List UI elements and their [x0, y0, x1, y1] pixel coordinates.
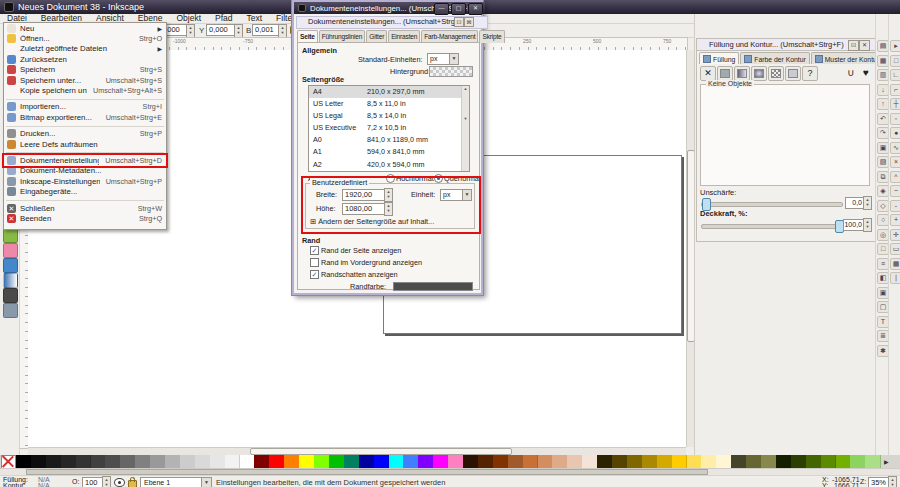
- snap-rotation-center-icon[interactable]: ✛: [890, 229, 900, 241]
- radial-gradient-button[interactable]: [751, 66, 767, 81]
- palette-swatch[interactable]: [433, 455, 449, 468]
- dialog-minimize-icon[interactable]: —: [434, 3, 449, 15]
- palette-swatch[interactable]: [76, 455, 92, 468]
- file-menu-item-beenden[interactable]: ✕BeendenStrg+Q: [4, 213, 166, 223]
- no-paint-button[interactable]: ✕: [700, 66, 716, 81]
- y-field-spinner[interactable]: ▲▼: [234, 24, 243, 38]
- gradient-tool-icon[interactable]: [3, 273, 18, 288]
- file-menu-item-zurücksetzen[interactable]: Zurücksetzen: [4, 54, 166, 64]
- panel-close-icon[interactable]: ✕: [859, 40, 870, 51]
- file-menu-item-kopiespeichernunter[interactable]: Kopie speichern unter...Umschalt+Strg+Al…: [4, 85, 166, 95]
- opacity-slider[interactable]: [701, 224, 843, 229]
- page-size-row[interactable]: US Executive7,2 x 10,5 in: [309, 122, 469, 134]
- file-menu-item-speichern[interactable]: SpeichernStrg+S: [4, 65, 166, 75]
- file-menu-item-speichernunter[interactable]: Speichern unter...Umschalt+Strg+S: [4, 75, 166, 85]
- palette-swatch[interactable]: [627, 455, 643, 468]
- palette-next-arrow-icon[interactable]: ▶: [884, 458, 889, 465]
- snap-node-icon[interactable]: ●: [890, 127, 900, 139]
- page-size-row[interactable]: A3297,0 x 420,0 mm: [309, 171, 469, 172]
- zoom-spinner[interactable]: ▲▼: [888, 476, 897, 487]
- snap-bbox-corner-icon[interactable]: ⌐: [890, 84, 900, 96]
- file-menu-item-eingabegeräte[interactable]: Eingabegeräte...: [4, 186, 166, 196]
- no-color-swatch[interactable]: [1, 455, 16, 469]
- dropper-tool-icon[interactable]: [3, 288, 18, 303]
- palette-swatch[interactable]: [91, 455, 107, 468]
- palette-swatch[interactable]: [254, 455, 270, 468]
- page-border-checkbox[interactable]: ✓: [310, 246, 319, 255]
- blur-spinner[interactable]: ▲▼: [863, 196, 872, 210]
- connector-tool-icon[interactable]: [3, 303, 18, 318]
- palette-swatch[interactable]: [731, 455, 747, 468]
- file-menu-item-inkscapeeinstellungen[interactable]: Inkscape-Einstellungen...Umschalt+Strg+P: [4, 176, 166, 186]
- dialog-title-bar[interactable]: Dokumenteneinstellungen... (Umschalt+Str…: [294, 2, 485, 14]
- palette-swatch[interactable]: [836, 455, 852, 468]
- palette-swatch[interactable]: [508, 455, 524, 468]
- palette-swatch[interactable]: [865, 455, 881, 468]
- dialog-close-icon[interactable]: ✕: [468, 3, 483, 15]
- palette-swatch[interactable]: [344, 455, 360, 468]
- dialog-maximize-icon[interactable]: ▢: [451, 3, 466, 15]
- snap-guide-icon[interactable]: ∣: [890, 272, 900, 284]
- file-menu-item-bitmapexportieren[interactable]: Bitmap exportieren...Umschalt+Strg+E: [4, 112, 166, 122]
- page-size-row[interactable]: A4210,0 x 297,0 mm: [309, 86, 469, 98]
- palette-swatch[interactable]: [791, 455, 807, 468]
- palette-swatch[interactable]: [374, 455, 390, 468]
- palette-swatch[interactable]: [523, 455, 539, 468]
- snap-cusp-node-icon[interactable]: ^: [890, 171, 900, 183]
- panel-minimize-icon[interactable]: ⊡: [848, 40, 859, 51]
- width-field-spinner[interactable]: ▲▼: [278, 24, 287, 38]
- tweak-tool-icon[interactable]: [3, 228, 18, 243]
- randfarbe-color-swatch[interactable]: [393, 282, 473, 291]
- palette-swatch[interactable]: [46, 455, 62, 468]
- zoom-field[interactable]: 35%: [868, 477, 890, 487]
- snap-path-icon[interactable]: ∿: [890, 142, 900, 154]
- file-menu-item-importieren[interactable]: Importieren...Strg+I: [4, 102, 166, 112]
- palette-swatch[interactable]: [120, 455, 136, 468]
- palette-swatch[interactable]: [612, 455, 628, 468]
- blur-slider[interactable]: [701, 202, 843, 207]
- menu-text[interactable]: Text: [240, 14, 270, 23]
- palette-swatch[interactable]: [225, 455, 241, 468]
- snap-bbox-center-icon[interactable]: ◦: [890, 113, 900, 125]
- palette-swatch[interactable]: [761, 455, 777, 468]
- dialog-panel-minimize-icon[interactable]: ⊡: [454, 17, 464, 27]
- palette-swatch[interactable]: [493, 455, 509, 468]
- linear-gradient-button[interactable]: [734, 66, 750, 81]
- combo-arrow-icon[interactable]: ▼: [449, 54, 458, 64]
- fill-rule-even-odd-button[interactable]: ∪: [843, 66, 859, 81]
- palette-swatch[interactable]: [269, 455, 285, 468]
- page-size-row[interactable]: A0841,0 x 1189,0 mm: [309, 134, 469, 146]
- width-field[interactable]: 0,001: [252, 24, 280, 36]
- page-size-row[interactable]: A1594,0 x 841,0 mm: [309, 146, 469, 158]
- palette-swatch[interactable]: [359, 455, 375, 468]
- panel-tab-farbederkontur[interactable]: Farbe der Kontur: [740, 52, 809, 64]
- file-menu-item-neu[interactable]: Neu▶: [4, 23, 166, 33]
- palette-swatch[interactable]: [31, 455, 47, 468]
- unknown-paint-button[interactable]: ?: [802, 66, 818, 81]
- snap-bbox-midpoint-icon[interactable]: ┼: [890, 98, 900, 110]
- palette-swatch[interactable]: [299, 455, 315, 468]
- palette-swatch[interactable]: [448, 455, 464, 468]
- dialog-panel-close-icon[interactable]: ⊠: [464, 17, 474, 27]
- snap-object-center-icon[interactable]: +: [890, 214, 900, 226]
- palette-swatch[interactable]: [165, 455, 181, 468]
- file-menu-item-leeredefsaufräumen[interactable]: Leere Defs aufräumen: [4, 139, 166, 149]
- file-menu-item-schließen[interactable]: ✕SchließenStrg+W: [4, 203, 166, 213]
- palette-swatch[interactable]: [389, 455, 405, 468]
- y-field[interactable]: 0,000: [206, 24, 236, 36]
- menu-pfad[interactable]: Pfad: [208, 14, 240, 23]
- snap-page-border-icon[interactable]: ▭: [890, 243, 900, 255]
- palette-swatch[interactable]: [195, 455, 211, 468]
- swatch-button[interactable]: [785, 66, 801, 81]
- background-color-swatch[interactable]: [429, 66, 473, 77]
- palette-swatch[interactable]: [329, 455, 345, 468]
- palette-swatch[interactable]: [746, 455, 762, 468]
- palette-swatch[interactable]: [105, 455, 121, 468]
- layer-lock-icon[interactable]: [128, 480, 137, 487]
- snap-bbox-edge-icon[interactable]: ∟: [890, 69, 900, 81]
- opacity-spinner[interactable]: ▲▼: [863, 218, 872, 232]
- palette-swatch[interactable]: [642, 455, 658, 468]
- paint-bucket-tool-icon[interactable]: [3, 258, 18, 273]
- snap-smooth-node-icon[interactable]: ~: [890, 185, 900, 197]
- palette-swatch[interactable]: [418, 455, 434, 468]
